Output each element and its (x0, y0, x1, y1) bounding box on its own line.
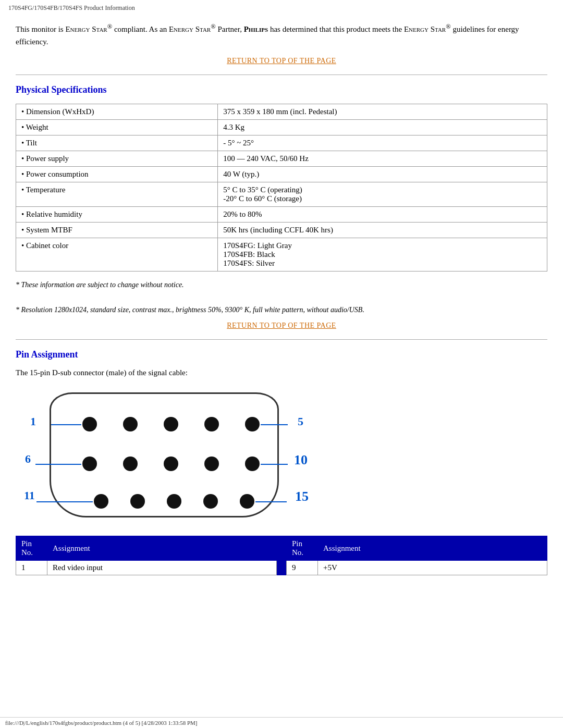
spec-row-2: • Tilt- 5° ~ 25° (16, 135, 547, 151)
pin-assignment-title: Pin Assignment (16, 349, 547, 360)
spec-value-7: 50K hrs (including CCFL 40K hrs) (218, 223, 547, 238)
line-r3-left (36, 501, 93, 502)
pin-9-no: 9 (287, 561, 318, 575)
spec-label-5: • Temperature (16, 182, 218, 207)
energy-star-text: This monitor is Energy Star® compliant. … (16, 21, 547, 48)
footer-bar: file:///D|/L/english/170s4fgbs/product/p… (0, 717, 563, 728)
main-content: This monitor is Energy Star® compliant. … (0, 16, 563, 581)
spec-row-7: • System MTBF50K hrs (including CCFL 40K… (16, 223, 547, 238)
spec-row-4: • Power consumption40 W (typ.) (16, 167, 547, 182)
return-link-2[interactable]: RETURN TO TOP OF THE PAGE (16, 321, 547, 330)
pin-label-6: 6 (25, 452, 31, 466)
pin-table-left: PinNo. Assignment 1 Red video input (16, 536, 277, 575)
pin-assignment-section: Pin Assignment The 15-pin D-sub connecto… (16, 349, 547, 575)
pin-label-1: 1 (30, 415, 36, 428)
spec-label-1: • Weight (16, 120, 218, 135)
section-divider-2 (16, 339, 547, 340)
pin-table-right-header-row: PinNo. Assignment (287, 536, 547, 561)
spec-label-3: • Power supply (16, 151, 218, 167)
spec-row-3: • Power supply100 — 240 VAC, 50/60 Hz (16, 151, 547, 167)
connector-diagram: 1 5 6 10 11 15 (21, 385, 313, 530)
spec-label-6: • Relative humidity (16, 207, 218, 223)
energy-star-brand2: Energy Star (169, 25, 211, 33)
spec-label-7: • System MTBF (16, 223, 218, 238)
pin-table-right: PinNo. Assignment 9 +5V (286, 536, 547, 575)
spec-label-8: • Cabinet color (16, 238, 218, 272)
spec-row-1: • Weight4.3 Kg (16, 120, 547, 135)
return-top-link-2[interactable]: RETURN TO TOP OF THE PAGE (227, 322, 336, 329)
pin-table-left-head: PinNo. Assignment (16, 536, 277, 561)
line-r2-right (261, 464, 288, 465)
line-r1-left (51, 424, 81, 425)
footnote1: * These information are subject to chang… (16, 279, 547, 291)
spec-value-8: 170S4FG: Light Gray170S4FB: Black170S4FS… (218, 238, 547, 272)
spec-value-3: 100 — 240 VAC, 50/60 Hz (218, 151, 547, 167)
physical-specs-title: Physical Specifications (16, 84, 547, 95)
energy-star-brand1: Energy Star (65, 25, 107, 33)
pin-table-right-body: 9 +5V (287, 561, 547, 575)
spec-value-4: 40 W (typ.) (218, 167, 547, 182)
return-link-1[interactable]: RETURN TO TOP OF THE PAGE (16, 56, 547, 65)
spec-label-4: • Power consumption (16, 167, 218, 182)
line-r2-left (35, 464, 81, 465)
page-title-bar: 170S4FG/170S4FB/170S4FS Product Informat… (0, 0, 563, 16)
footer-text: file:///D|/L/english/170s4fgbs/product/p… (5, 720, 198, 726)
spec-table: • Dimension (WxHxD)375 x 359 x 180 mm (i… (16, 104, 547, 272)
pin-table-left-body: 1 Red video input (16, 561, 277, 575)
spec-label-0: • Dimension (WxHxD) (16, 104, 218, 120)
pin-1-assignment: Red video input (47, 561, 277, 575)
footnote2: * Resolution 1280x1024, standard size, c… (16, 304, 547, 316)
line-r1-right (261, 424, 288, 425)
footnotes: * These information are subject to chang… (16, 279, 547, 316)
pin-label-11: 11 (24, 489, 35, 502)
spec-value-2: - 5° ~ 25° (218, 135, 547, 151)
spec-value-1: 4.3 Kg (218, 120, 547, 135)
section-divider-1 (16, 75, 547, 75)
pin-intro: The 15-pin D-sub connector (male) of the… (16, 368, 547, 377)
pin-label-15: 15 (295, 489, 309, 504)
spec-row-8: • Cabinet color170S4FG: Light Gray170S4F… (16, 238, 547, 272)
energy-star-brand3: Energy Star (404, 25, 446, 33)
assignment-header-left: Assignment (47, 536, 277, 561)
page-title: 170S4FG/170S4FB/170S4FS Product Informat… (8, 4, 135, 11)
pin-label-5: 5 (298, 415, 303, 428)
spec-row-6: • Relative humidity20% to 80% (16, 207, 547, 223)
assignment-header-right: Assignment (318, 536, 547, 561)
philips-brand: Philips (244, 25, 268, 33)
pin-table-right-head: PinNo. Assignment (287, 536, 547, 561)
pin-label-10: 10 (294, 452, 308, 468)
pin-table-divider (277, 536, 286, 575)
pin-table-left-header-row: PinNo. Assignment (16, 536, 277, 561)
pin-no-header-right: PinNo. (287, 536, 318, 561)
spec-label-2: • Tilt (16, 135, 218, 151)
pin-table-wrap: PinNo. Assignment 1 Red video input PinN… (16, 536, 547, 575)
pin-9-assignment: +5V (318, 561, 547, 575)
pin-no-header-left: PinNo. (16, 536, 47, 561)
spec-table-body: • Dimension (WxHxD)375 x 359 x 180 mm (i… (16, 104, 547, 272)
return-top-link-1[interactable]: RETURN TO TOP OF THE PAGE (227, 57, 336, 65)
spec-value-0: 375 x 359 x 180 mm (incl. Pedestal) (218, 104, 547, 120)
pin-row-1: 1 Red video input (16, 561, 277, 575)
spec-row-0: • Dimension (WxHxD)375 x 359 x 180 mm (i… (16, 104, 547, 120)
spec-value-6: 20% to 80% (218, 207, 547, 223)
pin-1-no: 1 (16, 561, 47, 575)
spec-value-5: 5° C to 35° C (operating)-20° C to 60° C… (218, 182, 547, 207)
pin-row-9: 9 +5V (287, 561, 547, 575)
line-r3-right (255, 501, 287, 502)
spec-row-5: • Temperature5° C to 35° C (operating)-2… (16, 182, 547, 207)
